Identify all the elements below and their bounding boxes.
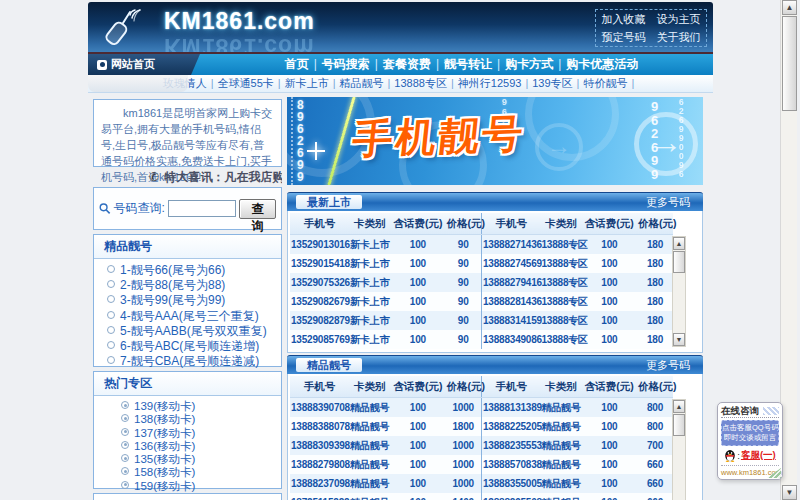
table-row: 13888390708精品靓号100100013888131389精品靓号100… bbox=[290, 398, 673, 418]
sidebar-item-link[interactable]: 3-靓号99(尾号为99) bbox=[120, 293, 225, 307]
search-icon bbox=[99, 202, 111, 215]
scrollbar-thumb[interactable] bbox=[782, 16, 797, 111]
sidebar-item-link[interactable]: 138(移动卡) bbox=[134, 413, 195, 425]
fee-cell: 100 bbox=[390, 417, 445, 436]
nav-separator: | bbox=[521, 77, 532, 89]
scroll-up-icon[interactable]: ▲ bbox=[673, 400, 685, 413]
notice-marquee: ✆ 特大喜讯：凡在我店购卡客户 bbox=[93, 169, 282, 184]
fee-cell: 100 bbox=[390, 398, 445, 418]
nav-separator: | bbox=[329, 77, 340, 89]
column-header: 价格(元) bbox=[637, 213, 673, 235]
more-numbers-link[interactable]: 更多号码 bbox=[646, 356, 690, 374]
nav-link[interactable]: 套餐资费 bbox=[383, 57, 431, 71]
fee-cell: 100 bbox=[582, 474, 637, 493]
table-scrollbar[interactable]: ▲ ▼ bbox=[672, 236, 686, 347]
table-row: 13529085769新卡上市100901388834908613888专区10… bbox=[290, 330, 673, 349]
price-cell: 660 bbox=[637, 455, 673, 474]
price-cell: 1000 bbox=[445, 436, 481, 455]
phone-number-cell: 13888281436 bbox=[481, 292, 540, 311]
nav-link[interactable]: 特价靓号 bbox=[583, 77, 627, 89]
sidebar-item-link[interactable]: 6-靓号ABC(尾号顺连递增) bbox=[120, 339, 259, 353]
phone-number-cell: 13888309398 bbox=[290, 436, 349, 455]
sidebar-item-link[interactable]: 159(移动卡) bbox=[134, 480, 195, 492]
nav-link[interactable]: 购卡方式 bbox=[505, 57, 553, 71]
boutique-table: 手机号卡类别含话费(元)价格(元)手机号卡类别含话费(元)价格(元) 13888… bbox=[290, 376, 673, 500]
scroll-down-icon[interactable]: ▼ bbox=[673, 333, 685, 346]
search-input[interactable] bbox=[168, 200, 236, 217]
home-tab[interactable]: 网站首页 bbox=[88, 54, 200, 75]
scroll-up-icon[interactable]: ▲ bbox=[673, 237, 685, 250]
sidebar-item-link[interactable]: 139(移动卡) bbox=[134, 400, 195, 412]
nav-separator: | bbox=[573, 77, 584, 89]
nav-link[interactable]: 精品靓号 bbox=[339, 77, 383, 89]
phone-number-cell: 13888131389 bbox=[481, 398, 540, 418]
price-cell: 180 bbox=[637, 292, 673, 311]
table-scrollbar[interactable]: ▲ ▼ bbox=[672, 399, 686, 500]
bullet-icon bbox=[121, 454, 129, 462]
table-row: 18725115222精品靓号100140013888295508精品靓号100… bbox=[290, 493, 673, 500]
column-header: 卡类别 bbox=[540, 376, 581, 398]
phone-number-cell: 13888390708 bbox=[290, 398, 349, 418]
phone-number-cell: 13888349086 bbox=[481, 330, 540, 349]
number-search-box: 号码查询: 查询 bbox=[93, 187, 282, 230]
price-cell: 1000 bbox=[445, 474, 481, 493]
scroll-up-icon[interactable]: ▲ bbox=[782, 0, 797, 15]
column-header: 手机号 bbox=[481, 376, 540, 398]
nav-link[interactable]: 139专区 bbox=[532, 77, 572, 89]
nav-separator: | bbox=[447, 77, 458, 89]
scrollbar-thumb[interactable] bbox=[673, 251, 685, 273]
fee-cell: 100 bbox=[582, 292, 637, 311]
price-cell: 90 bbox=[445, 292, 481, 311]
price-cell: 800 bbox=[637, 417, 673, 436]
sidebar-item-link[interactable]: 135(移动卡) bbox=[134, 453, 195, 465]
qq-service-link[interactable]: 客服(一) bbox=[741, 449, 776, 462]
online-service-box: 在线咨询 点击客服QQ号码 即时交谈或留言 : 客服(一) www.km1861… bbox=[717, 402, 783, 480]
sidebar-item-link[interactable]: 136(移动卡) bbox=[134, 440, 195, 452]
header-link[interactable]: 关于我们 bbox=[657, 30, 701, 45]
sidebar-item-link[interactable]: 137(移动卡) bbox=[134, 427, 195, 439]
bullet-icon bbox=[107, 326, 115, 334]
card-type-cell: 13888专区 bbox=[540, 273, 581, 292]
card-type-cell: 13888专区 bbox=[540, 292, 581, 311]
section-boutique: 精品靓号 更多号码 手机号卡类别含话费(元)价格(元)手机号卡类别含话费(元)价… bbox=[287, 355, 703, 500]
nav-link[interactable]: 靓号转让 bbox=[444, 57, 492, 71]
home-tab-icon bbox=[97, 60, 107, 70]
latest-table-wrap: 手机号卡类别含话费(元)价格(元)手机号卡类别含话费(元)价格(元) 13529… bbox=[287, 211, 703, 353]
site-header: KM1861.com KM1861.com 加入收藏设为主页预定号码关于我们 bbox=[88, 2, 713, 54]
search-button[interactable]: 查询 bbox=[239, 199, 276, 219]
nav-link[interactable]: 神州行12593 bbox=[458, 77, 522, 89]
price-cell: 90 bbox=[445, 273, 481, 292]
nav-link[interactable]: 13888专区 bbox=[394, 77, 447, 89]
sidebar-item-link[interactable]: 2-靓号88(尾号为88) bbox=[120, 278, 225, 292]
scroll-down-icon[interactable]: ▼ bbox=[782, 485, 797, 500]
boutique-sidebar-title: 精品靓号 bbox=[94, 235, 281, 259]
bullet-icon bbox=[107, 356, 115, 364]
sidebar-item-link[interactable]: 7-靓号CBA(尾号顺连递减) bbox=[120, 354, 259, 368]
banner-digits: 8962699 bbox=[297, 99, 304, 183]
column-header: 含话费(元) bbox=[582, 213, 637, 235]
promo-banner[interactable]: 8962699 962990 962699 626990096 → → 手机靓号 bbox=[287, 97, 703, 185]
column-header: 卡类别 bbox=[349, 376, 390, 398]
header-link[interactable]: 预定号码 bbox=[602, 30, 646, 45]
nav-link[interactable]: 购卡优惠活动 bbox=[566, 57, 638, 71]
table-row: 13529082879新卡上市100901388831415913888专区10… bbox=[290, 311, 673, 330]
sidebar-item-link[interactable]: 158(移动卡) bbox=[134, 466, 195, 478]
card-type-cell: 新卡上市 bbox=[349, 292, 390, 311]
sidebar-item-link[interactable]: 5-靓号AABB(尾号双双重复) bbox=[120, 324, 267, 338]
nav-link[interactable]: 全球通55卡 bbox=[218, 77, 274, 89]
phone-number-cell: 13888314159 bbox=[481, 311, 540, 330]
more-numbers-link[interactable]: 更多号码 bbox=[646, 193, 690, 211]
sidebar-item-link[interactable]: 1-靓号66(尾号为66) bbox=[120, 263, 225, 277]
header-link[interactable]: 设为主页 bbox=[657, 12, 701, 27]
fee-cell: 100 bbox=[582, 254, 637, 273]
scrollbar-thumb[interactable] bbox=[673, 414, 685, 436]
nav-link[interactable]: 新卡上市 bbox=[285, 77, 329, 89]
boutique-list: 1-靓号66(尾号为66)2-靓号88(尾号为88)3-靓号99(尾号为99)4… bbox=[94, 263, 281, 369]
nav-link[interactable]: 首页 bbox=[285, 57, 309, 71]
banner-sparkle bbox=[307, 142, 325, 160]
phone-number-cell: 13529082879 bbox=[290, 311, 349, 330]
sidebar-item-link[interactable]: 4-靓号AAA(尾号三个重复) bbox=[120, 309, 259, 323]
card-type-cell: 13888专区 bbox=[540, 311, 581, 330]
header-link[interactable]: 加入收藏 bbox=[602, 12, 646, 27]
nav-link[interactable]: 号码搜索 bbox=[322, 57, 370, 71]
